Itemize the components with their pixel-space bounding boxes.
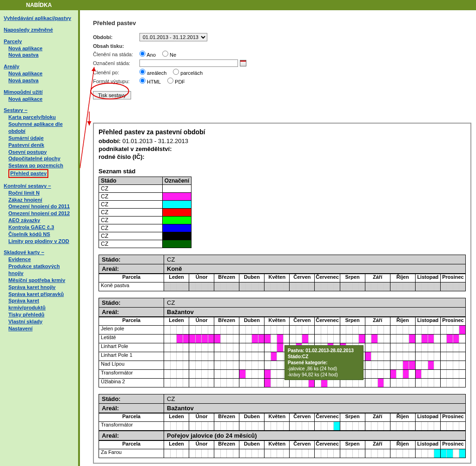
month-cell — [189, 370, 214, 379]
th-month: Září — [365, 413, 390, 422]
month-cell — [315, 282, 340, 291]
th-month: Prosinec — [440, 274, 465, 282]
nav-mimopudni-aplikace[interactable]: Nová aplikace — [8, 96, 42, 103]
month-cell — [164, 370, 189, 379]
month-cell — [415, 343, 440, 352]
nav-arealy-pastva[interactable]: Nová pastva — [8, 77, 39, 84]
nav-sestavy-3[interactable]: Pastevní deník — [8, 142, 44, 149]
th-month: Říjen — [390, 413, 415, 422]
month-cell — [440, 370, 465, 379]
oznaceni-input[interactable] — [139, 59, 238, 67]
nav-sestavy[interactable]: Sestavy − — [4, 107, 27, 114]
nav-k0[interactable]: Roční limit N — [8, 190, 40, 197]
month-cell — [390, 361, 415, 370]
radio-pdf[interactable] — [167, 78, 173, 84]
nav-s1[interactable]: Produkce statkových hnojiv — [8, 263, 74, 277]
nav-sestavy-6[interactable]: Sestava po pozemcích — [8, 162, 63, 169]
nav-parcely[interactable]: Parcely — [4, 38, 22, 45]
th-parcela: Parcela — [99, 317, 164, 326]
nav-s3[interactable]: Správa karet hnojiv — [8, 284, 56, 291]
month-cell — [290, 449, 315, 458]
radio-parcelach[interactable] — [173, 69, 179, 75]
nav-s5[interactable]: Správa karet krmiv/produktů — [8, 297, 74, 311]
table-row: Linhart Pole — [99, 343, 466, 352]
month-cell — [290, 335, 315, 343]
nav-k5[interactable]: Kontrola GAEC č.3 — [8, 224, 54, 231]
month-cell — [164, 422, 189, 431]
nav-sestavy-2[interactable]: Sumární údaje — [8, 135, 44, 142]
radio-ne[interactable] — [162, 51, 168, 57]
th-stado: Stádo — [99, 177, 163, 185]
nav-sestavy-0[interactable]: Karta parcely/bloku — [8, 114, 56, 121]
month-cell — [214, 343, 239, 352]
month-cell — [189, 282, 214, 291]
radio-arealech[interactable] — [139, 69, 145, 75]
month-cell — [239, 449, 264, 458]
herd-color — [162, 209, 191, 217]
herd-table: StádoOznačení CZCZCZCZCZCZCZCZ — [99, 177, 192, 248]
month-cell — [415, 370, 440, 379]
month-cell — [340, 449, 365, 458]
nav-parcely-pastva[interactable]: Nová pastva — [8, 52, 39, 59]
calendar-icon[interactable] — [240, 60, 246, 66]
nav-s6[interactable]: Tisky přehledů — [8, 311, 44, 318]
nav-s4[interactable]: Správa karet přípravků — [8, 291, 64, 298]
tt-l4: -jalovice ,86 ks (24 hod) — [288, 366, 360, 372]
month-cell — [415, 449, 440, 458]
nav-k2[interactable]: Omezení hnojení do 2011 — [8, 203, 70, 210]
th-month: Říjen — [390, 317, 415, 326]
obdobi-select[interactable]: 01.01.2013 - 31.12.2013 — [139, 33, 207, 41]
nav-k7[interactable]: Limity pro plodiny v ZOD — [8, 238, 69, 245]
nav-kontrolni[interactable]: Kontrolní sestavy − — [4, 183, 51, 190]
nav-s8[interactable]: Nastavení — [8, 325, 33, 332]
nav-arealy-aplikace[interactable]: Nová aplikace — [8, 70, 42, 77]
nav-mimopudni[interactable]: Mimopůdní užití — [4, 89, 43, 96]
month-cell — [340, 326, 365, 335]
print-button[interactable]: Tisk sestavy — [93, 91, 131, 99]
month-cell — [440, 282, 465, 291]
nav-s7[interactable]: Vlastní sklady — [8, 318, 42, 325]
report-panel: Přehled pastev za pastevní období období… — [93, 123, 471, 464]
nav-prehled-pastev[interactable]: Přehled pastev — [10, 170, 46, 177]
row-label: Úžlabina 2 — [99, 379, 164, 387]
th-month: Březen — [214, 413, 239, 422]
month-cell — [239, 335, 264, 343]
month-cell — [239, 326, 264, 335]
nav-s0[interactable]: Evidence — [8, 256, 31, 263]
th-parcela: Parcela — [99, 274, 164, 282]
nav-arealy[interactable]: Areály — [4, 63, 20, 70]
nav-sestavy-5[interactable]: Odpočitatelné plochy — [8, 155, 60, 162]
tt-l2: Stádo:CZ — [288, 354, 308, 359]
th-month: Srpen — [340, 274, 365, 282]
month-cell — [264, 282, 290, 291]
radio-ano[interactable] — [139, 51, 145, 57]
nav-parcely-aplikace[interactable]: Nová aplikace — [8, 45, 42, 52]
nav-k3[interactable]: Omezení hnojení od 2012 — [8, 210, 70, 217]
nav-s2[interactable]: Měsíční spotřeba krmiv — [8, 277, 65, 284]
month-cell — [340, 422, 365, 431]
month-cell — [415, 361, 440, 370]
th-month: Březen — [214, 441, 239, 449]
nav-naposledy[interactable]: Naposledy změněné — [4, 26, 53, 33]
th-month: Duben — [239, 317, 264, 326]
nav-k1[interactable]: Zákaz hnojení — [8, 197, 42, 203]
nav-vyhledavani[interactable]: Vyhledávání aplikací/pastvy — [4, 15, 71, 22]
month-cell — [365, 343, 390, 352]
month-cell — [164, 379, 189, 387]
nav-sklad[interactable]: Skladové karty − — [4, 249, 44, 256]
radio-html[interactable] — [139, 78, 145, 84]
nav-sestavy-1[interactable]: Souhrnné aplikace dle období — [8, 121, 74, 135]
block2-head: Stádo:CZ Areál:Bažantov — [99, 298, 466, 317]
th-month: Listopad — [415, 441, 440, 449]
month-cell — [365, 449, 390, 458]
th-month: Červenec — [315, 317, 340, 326]
table-row: Úžlabina 2 — [99, 379, 466, 387]
nav-k6[interactable]: Číselník kódů NS — [8, 231, 50, 238]
month-cell — [365, 282, 390, 291]
month-cell — [390, 422, 415, 431]
month-cell — [315, 422, 340, 431]
block1-head: Stádo:CZ Areál:Koně — [99, 255, 466, 274]
nav-sestavy-4[interactable]: Osevní postupy — [8, 149, 47, 156]
nav-k4[interactable]: AEO závazky — [8, 217, 40, 224]
month-cell — [315, 326, 340, 335]
